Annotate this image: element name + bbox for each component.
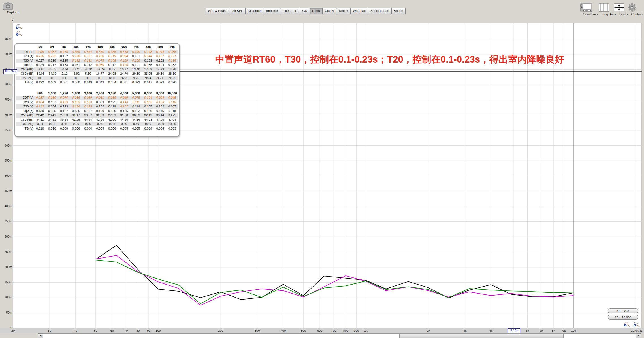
table-cell: 0.094 — [154, 96, 166, 100]
table-cell: -59.88 — [34, 67, 46, 72]
table-cell: 0.094 — [118, 54, 130, 59]
freq-header: 63 — [46, 45, 58, 50]
table-cell: 0.135 — [142, 63, 154, 67]
y-zoom-in-button[interactable] — [16, 24, 23, 30]
table-cell: 0.102 — [46, 80, 58, 85]
row-label: C50 (dB) — [16, 113, 34, 118]
table-cell: 0.142 — [82, 63, 94, 67]
table-cell: 32.12 — [142, 113, 154, 118]
table-cell: -30.51 — [58, 67, 70, 72]
table-cell: 0.130 — [106, 109, 118, 113]
table-cell: 24.70 — [118, 72, 130, 76]
freq-header: 100 — [70, 45, 82, 50]
table-cell: 0.183 — [58, 63, 70, 67]
table-cell: 0.0 — [94, 76, 106, 81]
row-label: TS (s) — [16, 80, 34, 85]
table-cell: 0.010 — [34, 126, 46, 131]
freq-header: 400 — [142, 45, 154, 50]
table-cell: 0.224 — [34, 63, 46, 67]
table-cell: 0.128 — [70, 54, 82, 59]
freq-header: 500 — [154, 45, 166, 50]
table-cell: 0.104 — [142, 96, 154, 100]
table-cell: 30.33 — [130, 113, 142, 118]
table-cell: 0.122 — [130, 109, 142, 113]
table-cell: 33.75 — [166, 113, 178, 118]
freq-header: 200 — [106, 45, 118, 50]
table-cell: 0.005 — [94, 126, 106, 131]
table-cell: 42.26 — [94, 118, 106, 122]
scrollbar-thumb[interactable] — [399, 334, 564, 338]
row-label: EDT (s) — [16, 96, 34, 100]
x-zoom-in-button[interactable] — [633, 321, 641, 327]
table-cell: 33.14 — [154, 113, 166, 118]
table-row-d50: D50 (%)0.00.00.10.00.00.088.092.395.698.… — [16, 76, 178, 81]
table-cell: 47.05 — [154, 118, 166, 122]
table-row-c80: C80 (dB)34.1134.6139.6441.2544.9442.2641… — [16, 118, 178, 122]
table-cell: 0.006 — [70, 126, 82, 131]
table-cell: 0.087 — [34, 96, 46, 100]
table-row-t30: T30 (s)0.2270.2390.1850.1520.1310.0750.1… — [16, 59, 178, 63]
horizontal-scrollbar[interactable] — [42, 333, 636, 338]
freq-header: 125 — [82, 45, 94, 50]
table-cell: 99.8 — [106, 122, 118, 126]
table-cell: 0.669 — [70, 50, 82, 54]
table-cell: 0.192 — [58, 54, 70, 59]
table-cell: -59.79 — [94, 67, 106, 72]
table-cell: 99.9 — [82, 122, 94, 126]
table-cell: 0.123 — [82, 104, 94, 109]
table-cell: 0.075 — [130, 96, 142, 100]
freq-header: 3,150 — [106, 91, 118, 96]
table-cell: 99.9 — [118, 122, 130, 126]
table-cell: 0.100 — [94, 109, 106, 113]
freq-header: 8,000 — [154, 91, 166, 96]
table-cell: 0.049 — [82, 80, 94, 85]
table-cell: 1.299 — [34, 50, 46, 54]
table-row-topt: Topt (s)0.1390.1550.1270.1360.1270.1000.… — [16, 109, 178, 113]
y-zoom-out-button[interactable] — [16, 31, 23, 36]
table-cell: 0.937 — [46, 50, 58, 54]
table-cell: -67.23 — [70, 67, 82, 72]
row-label: T30 (s) — [16, 104, 34, 109]
table-cell: 0.217 — [46, 63, 58, 67]
table-cell: 0.335 — [106, 50, 118, 54]
table-cell: 34.61 — [46, 118, 58, 122]
table-cell: 0.190 — [130, 50, 142, 54]
table-cell: 0.105 — [106, 59, 118, 63]
table-cell: 0.227 — [34, 59, 46, 63]
table-cell: 100.0 — [166, 122, 178, 126]
x-zoom-out-button[interactable] — [624, 321, 631, 327]
scroll-right-button[interactable]: ▶ — [636, 333, 641, 338]
table-cell: 0.143 — [118, 100, 130, 105]
table-cell: 0.061 — [94, 96, 106, 100]
table-cell: 0.102 — [154, 104, 166, 109]
row-label: T30 (s) — [16, 59, 34, 63]
table-cell: 0.123 — [58, 104, 70, 109]
table-cell: -64.30 — [46, 72, 58, 76]
table-cell: 96.8 — [166, 76, 178, 81]
table-cell: 0.131 — [82, 59, 94, 63]
annotation-text: 中置声道RT60，T30，控制在0.1-0.23s；T20，控制在0.1-0.2… — [215, 53, 564, 66]
table-cell: 29.36 — [154, 72, 166, 76]
row-label: C80 (dB) — [16, 72, 34, 76]
table-cell: -59.08 — [34, 72, 46, 76]
table-row-t20: T20 (s)0.2260.2720.1920.1280.1210.1000.1… — [16, 54, 178, 59]
table-cell: 0.121 — [82, 54, 94, 59]
table-cell: 39.64 — [58, 118, 70, 122]
freq-header: 4,000 — [118, 91, 130, 96]
table-cell: 30.57 — [82, 113, 94, 118]
table-cell: 0.103 — [142, 100, 154, 105]
table-row-topt: Topt (s)0.2240.2170.1830.1610.1420.0800.… — [16, 63, 178, 67]
freq-header: 250 — [118, 45, 130, 50]
scroll-left-button[interactable]: ◀ — [38, 333, 43, 338]
table-cell: 0.105 — [142, 104, 154, 109]
range-button-10-200[interactable]: 10 .. 200 — [608, 308, 638, 313]
table-cell: 41.25 — [70, 118, 82, 122]
table-cell: 0.244 — [154, 50, 166, 54]
freq-header: 630 — [166, 45, 178, 50]
table-cell: 0.017 — [142, 80, 154, 85]
table-cell: 0.0 — [34, 76, 46, 81]
table-cell: 0.122 — [34, 80, 46, 85]
table-row-t30: T30 (s)0.1720.1540.1230.1360.1230.1020.1… — [16, 104, 178, 109]
table-cell: 0.075 — [94, 59, 106, 63]
range-button-20-20000[interactable]: 20 .. 20,000 — [608, 315, 638, 320]
